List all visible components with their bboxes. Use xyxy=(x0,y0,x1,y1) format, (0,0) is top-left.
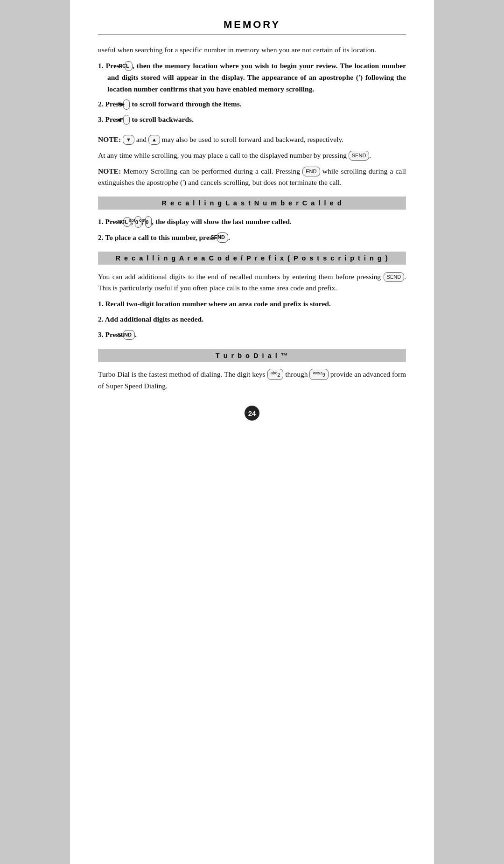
page-container: MEMORY useful when searching for a speci… xyxy=(70,0,434,864)
note2-label: NOTE: xyxy=(98,167,121,175)
any-time-text: At any time while scrolling, you may pla… xyxy=(98,150,406,161)
opt0-key-2: opt0 xyxy=(145,216,152,227)
send-key-3: SEND xyxy=(384,272,405,282)
up-arrow-key: ▲ xyxy=(148,135,160,145)
note1: NOTE: ▼ and ▲ may also be used to scroll… xyxy=(98,134,406,145)
turbo-text2: through xyxy=(285,370,308,378)
turbo-dial-header: T u r b o D i a l ™ xyxy=(98,349,406,362)
note2: NOTE: Memory Scrolling can be performed … xyxy=(98,166,406,188)
turbo-key1: abc2 xyxy=(267,369,284,380)
area-step-2: 2. Add additional digits as needed. xyxy=(98,314,406,325)
area-step-3: 3. Press SEND. xyxy=(98,329,406,341)
end-key: END xyxy=(302,167,320,176)
send-key-4: SEND xyxy=(123,330,135,340)
any-time-label: At any time while scrolling, you may pla… xyxy=(98,151,347,159)
star-back-key: ◀* xyxy=(123,115,130,125)
recall-area-header: R e c a l l i n g A r e a C o d e / P r … xyxy=(98,252,406,265)
rcl-key: RCL xyxy=(125,61,133,71)
turbo-key2: wxyz9 xyxy=(309,369,328,380)
area-step-1: 1. Recall two-digit location number wher… xyxy=(98,298,406,310)
send-key-inline: SEND xyxy=(349,151,370,161)
note2-text: Memory Scrolling can be performed during… xyxy=(98,167,406,186)
recall-step-1: 1. Press RCL, opt0, opt0, the display wi… xyxy=(98,216,406,228)
send-key-2: SEND xyxy=(217,232,229,243)
recall-step-2: 2. To place a call to this number, press… xyxy=(98,232,406,244)
step-3: 3. Press ◀* to scroll backwards. xyxy=(98,114,406,126)
turbo-text: Turbo Dial is the fastest method of dial… xyxy=(98,369,406,392)
turbo-text1: Turbo Dial is the fastest method of dial… xyxy=(98,370,266,378)
page-title: MEMORY xyxy=(98,19,406,35)
area-code-text: You can add additional digits to the end… xyxy=(98,271,406,294)
note1-label: NOTE: xyxy=(98,135,121,143)
recall-last-header: R e c a l l i n g L a s t N u m b e r C … xyxy=(98,197,406,210)
note1-text: ▼ and ▲ may also be used to scroll forwa… xyxy=(123,135,343,143)
area-code-text1: You can add additional digits to the end… xyxy=(98,273,381,281)
down-arrow-key: ▼ xyxy=(123,135,134,145)
page-number: 24 xyxy=(245,406,259,421)
step-1: 1. Press RCL, then the memory location w… xyxy=(98,60,406,95)
hash-forward-key: #▶ xyxy=(123,99,130,110)
step1-text: , then the memory location where you wis… xyxy=(107,62,406,93)
intro-text: useful when searching for a specific num… xyxy=(98,44,406,56)
step-2: 2. Press #▶ to scroll forward through th… xyxy=(98,98,406,110)
